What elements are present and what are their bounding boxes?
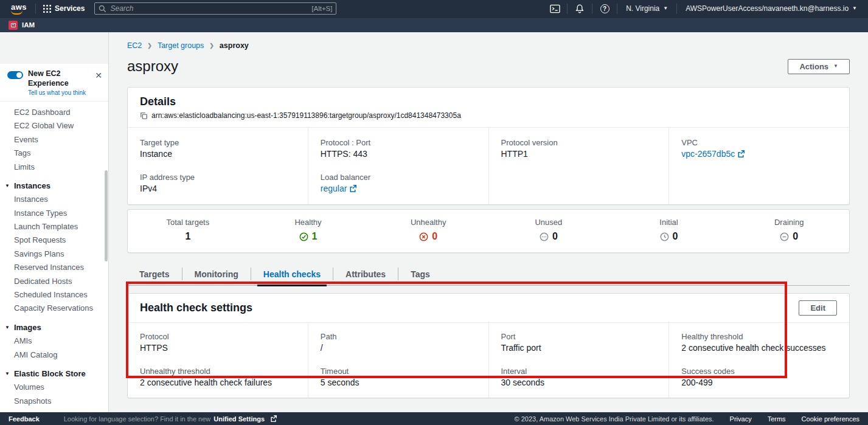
sidebar-item-amis[interactable]: AMIs bbox=[0, 334, 108, 348]
services-label: Services bbox=[55, 4, 85, 13]
sidebar-section-instances[interactable]: ▼ Instances bbox=[0, 179, 108, 192]
field-label: VPC bbox=[681, 138, 837, 147]
vpc-link[interactable]: vpc-2657db5c bbox=[681, 149, 735, 159]
sidebar-scrollbar[interactable] bbox=[105, 170, 108, 261]
sidebar-item-instance-types[interactable]: Instance Types bbox=[0, 206, 108, 219]
field-label: Protocol bbox=[140, 332, 296, 341]
sidebar-item-dedicated-hosts[interactable]: Dedicated Hosts bbox=[0, 274, 108, 288]
sidebar-item-ec2-dashboard[interactable]: EC2 Dashboard bbox=[0, 105, 108, 119]
section-title: Instances bbox=[14, 181, 50, 190]
stat-label: Initial bbox=[609, 218, 729, 227]
divider bbox=[567, 4, 568, 14]
iam-label: IAM bbox=[22, 21, 35, 29]
stat-value: 0 bbox=[552, 231, 558, 242]
account-label: AWSPowerUserAccess/navaneeth.kn@harness.… bbox=[686, 4, 849, 13]
sidebar: New EC2 Experience Tell us what you thin… bbox=[0, 32, 109, 412]
tab-monitoring[interactable]: Monitoring bbox=[182, 263, 251, 285]
sidebar-item-launch-templates[interactable]: Launch Templates bbox=[0, 219, 108, 233]
chevron-down-icon: ▼ bbox=[663, 6, 668, 11]
external-link-icon[interactable] bbox=[349, 185, 356, 192]
sidebar-item-snapshots[interactable]: Snapshots bbox=[0, 394, 108, 407]
region-selector[interactable]: N. Virginia ▼ bbox=[622, 4, 672, 13]
sidebar-item-spot-requests[interactable]: Spot Requests bbox=[0, 233, 108, 247]
tell-us-link[interactable]: Tell us what you think bbox=[28, 89, 90, 96]
sidebar-item-scheduled-instances[interactable]: Scheduled Instances bbox=[0, 288, 108, 301]
edit-label: Edit bbox=[810, 303, 825, 313]
external-link-icon[interactable] bbox=[737, 150, 745, 157]
terms-link[interactable]: Terms bbox=[768, 415, 786, 423]
edit-button[interactable]: Edit bbox=[799, 300, 837, 316]
targets-summary-card: Total targets 1 Healthy 1 Unhealthy 0 Un… bbox=[127, 209, 850, 253]
unified-settings-link[interactable]: Unified Settings bbox=[214, 415, 265, 423]
breadcrumb-target-groups[interactable]: Target groups bbox=[158, 41, 204, 50]
question-glyph: ? bbox=[603, 5, 606, 12]
favorite-iam[interactable]: IAM bbox=[9, 21, 35, 30]
footer: Feedback Looking for language selection?… bbox=[0, 412, 868, 425]
cloudshell-icon[interactable] bbox=[547, 2, 562, 15]
region-label: N. Virginia bbox=[626, 4, 659, 13]
feedback-button[interactable]: Feedback bbox=[9, 415, 40, 423]
sidebar-item-limits[interactable]: Limits bbox=[0, 160, 108, 173]
search-icon bbox=[99, 5, 106, 13]
field-label: Success codes bbox=[681, 367, 837, 376]
sidebar-item-reserved-instances[interactable]: Reserved Instances bbox=[0, 261, 108, 274]
search-box[interactable]: [Alt+S] bbox=[94, 2, 336, 15]
sidebar-item-instances[interactable]: Instances bbox=[0, 193, 108, 206]
tab-tags[interactable]: Tags bbox=[398, 263, 442, 285]
field-value: HTTPS: 443 bbox=[321, 149, 476, 159]
copy-icon[interactable] bbox=[140, 112, 148, 120]
stat-label: Unhealthy bbox=[368, 218, 488, 227]
divider bbox=[617, 4, 617, 14]
sidebar-item-volumes[interactable]: Volumes bbox=[0, 381, 108, 394]
divider bbox=[592, 4, 592, 14]
divider bbox=[676, 4, 677, 14]
tab-health-checks[interactable]: Health checks bbox=[251, 263, 333, 285]
new-experience-toggle[interactable] bbox=[7, 71, 23, 79]
privacy-link[interactable]: Privacy bbox=[730, 415, 752, 423]
sidebar-item-ec2-global-view[interactable]: EC2 Global View bbox=[0, 119, 108, 133]
stat-value: 0 bbox=[673, 231, 678, 242]
grid-icon bbox=[43, 5, 51, 13]
health-check-settings-title: Health check settings bbox=[140, 302, 252, 314]
breadcrumb-ec2[interactable]: EC2 bbox=[127, 41, 142, 50]
tab-bar: Targets Monitoring Health checks Attribu… bbox=[127, 263, 850, 286]
load-balancer-link[interactable]: regular bbox=[321, 184, 347, 193]
field-label: Target type bbox=[140, 138, 296, 147]
caret-down-icon: ▼ bbox=[5, 371, 10, 376]
external-link-icon[interactable] bbox=[270, 415, 277, 422]
search-input[interactable] bbox=[110, 4, 311, 13]
sidebar-item-events[interactable]: Events bbox=[0, 133, 108, 146]
cookie-preferences-link[interactable]: Cookie preferences bbox=[802, 415, 859, 423]
field-label: Port bbox=[501, 332, 657, 341]
help-icon[interactable]: ? bbox=[597, 2, 612, 15]
health-check-grid: Protocol HTTPS Unhealthy threshold 2 con… bbox=[128, 322, 849, 398]
sidebar-item-capacity-reservations[interactable]: Capacity Reservations bbox=[0, 302, 108, 315]
notifications-bell-icon[interactable] bbox=[572, 2, 587, 15]
clock-circle-icon bbox=[660, 232, 669, 241]
details-card: Details arn:aws:elasticloadbalancing:us-… bbox=[127, 87, 850, 205]
sidebar-section-elastic-block-store[interactable]: ▼ Elastic Block Store bbox=[0, 367, 108, 380]
account-menu[interactable]: AWSPowerUserAccess/navaneeth.kn@harness.… bbox=[682, 4, 861, 13]
close-icon[interactable]: ✕ bbox=[95, 71, 102, 80]
main-content: EC2 ❯ Target groups ❯ asproxy asproxy Ac… bbox=[109, 32, 868, 412]
caret-down-icon: ▼ bbox=[5, 325, 10, 330]
stat-value: 1 bbox=[312, 231, 318, 242]
field-label: Path bbox=[321, 332, 476, 341]
divider bbox=[35, 4, 36, 14]
field-label: Timeout bbox=[321, 367, 476, 376]
field-label: Protocol version bbox=[501, 138, 657, 147]
field-value: 200-499 bbox=[681, 378, 837, 387]
sidebar-top-spacer bbox=[0, 32, 108, 64]
field-value: 5 seconds bbox=[321, 378, 476, 387]
search-shortcut: [Alt+S] bbox=[311, 5, 332, 12]
chevron-right-icon: ❯ bbox=[209, 43, 214, 49]
tab-targets[interactable]: Targets bbox=[127, 263, 182, 285]
aws-logo[interactable]: aws bbox=[7, 3, 30, 15]
actions-button[interactable]: Actions ▼ bbox=[788, 59, 850, 74]
sidebar-item-ami-catalog[interactable]: AMI Catalog bbox=[0, 348, 108, 361]
sidebar-section-images[interactable]: ▼ Images bbox=[0, 320, 108, 334]
services-menu[interactable]: Services bbox=[41, 4, 87, 13]
sidebar-item-tags[interactable]: Tags bbox=[0, 146, 108, 159]
sidebar-item-savings-plans[interactable]: Savings Plans bbox=[0, 247, 108, 260]
tab-attributes[interactable]: Attributes bbox=[333, 263, 398, 285]
